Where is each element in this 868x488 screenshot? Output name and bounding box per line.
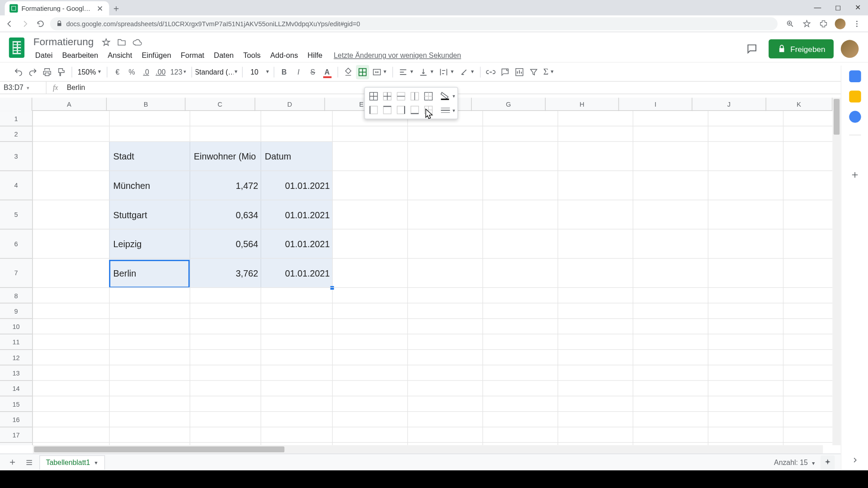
account-avatar[interactable] (841, 40, 859, 58)
row-header-5[interactable]: 5 (0, 200, 32, 230)
number-format-select[interactable]: 123▾ (169, 65, 188, 79)
cell-area[interactable]: Stadt Einwohner (Mio Datum München 1,472… (33, 111, 833, 445)
horizontal-scrollbar[interactable] (33, 445, 823, 453)
tasks-addon-icon[interactable] (849, 111, 861, 122)
move-folder-icon[interactable] (116, 37, 127, 48)
menu-format[interactable]: Format (176, 50, 208, 61)
close-tab-icon[interactable]: ✕ (96, 4, 104, 12)
url-input[interactable]: docs.google.com/spreadsheets/d/1L0CRXrgx… (50, 17, 778, 30)
col-header-K[interactable]: K (766, 98, 832, 111)
vertical-align-button[interactable]: ▼ (417, 65, 436, 79)
col-header-H[interactable]: H (545, 98, 619, 111)
insert-link-icon[interactable] (484, 65, 497, 79)
formula-input[interactable]: Berlin (64, 84, 868, 92)
font-size-select[interactable]: 10 (246, 65, 263, 79)
cloud-status-icon[interactable] (132, 37, 143, 48)
menu-tools[interactable]: Tools (239, 50, 265, 61)
hide-side-panel-icon[interactable] (851, 456, 859, 464)
insert-comment-icon[interactable] (499, 65, 512, 79)
menu-edit[interactable]: Bearbeiten (58, 50, 102, 61)
border-style-button[interactable]: ▼ (439, 104, 456, 117)
menu-insert[interactable]: Einfügen (137, 50, 175, 61)
explore-button[interactable] (821, 455, 835, 469)
new-tab-button[interactable]: ＋ (109, 1, 123, 16)
menu-data[interactable]: Daten (210, 50, 238, 61)
reload-icon[interactable] (35, 18, 47, 29)
chrome-menu-icon[interactable] (852, 18, 863, 29)
row-header-13[interactable]: 13 (0, 366, 32, 381)
profile-avatar-small[interactable] (835, 18, 846, 29)
share-button[interactable]: Freigeben (769, 39, 834, 58)
col-header-D[interactable]: D (255, 98, 325, 111)
font-family-select[interactable]: Standard (… (195, 65, 233, 79)
border-inner-icon[interactable] (381, 89, 394, 103)
row-header-9[interactable]: 9 (0, 303, 32, 319)
fill-color-button[interactable] (341, 65, 354, 79)
row-header-15[interactable]: 15 (0, 396, 32, 412)
text-wrap-button[interactable]: ▼ (437, 65, 456, 79)
select-all-corner[interactable] (0, 98, 32, 111)
comments-icon[interactable] (743, 39, 762, 58)
print-icon[interactable] (41, 65, 54, 79)
row-header-3[interactable]: 3 (0, 142, 32, 171)
border-none-icon[interactable] (422, 103, 435, 116)
redo-icon[interactable] (26, 65, 39, 79)
row-header-6[interactable]: 6 (0, 230, 32, 259)
paint-format-icon[interactable] (55, 65, 68, 79)
document-title[interactable]: Formatierung (31, 36, 96, 48)
row-header-4[interactable]: 4 (0, 171, 32, 201)
increase-decimal[interactable]: .00 (154, 65, 167, 79)
row-header-8[interactable]: 8 (0, 288, 32, 303)
border-left-icon[interactable] (367, 103, 380, 116)
filter-icon[interactable] (527, 65, 540, 79)
border-color-button[interactable]: ▼ (439, 89, 456, 103)
row-header-12[interactable]: 12 (0, 350, 32, 365)
star-icon[interactable] (101, 37, 112, 48)
border-right-icon[interactable] (394, 103, 407, 116)
add-sheet-button[interactable]: ＋ (6, 455, 19, 469)
col-header-J[interactable]: J (693, 98, 766, 111)
window-close[interactable]: ✕ (848, 0, 868, 15)
nav-back-icon[interactable] (4, 18, 15, 29)
undo-icon[interactable] (12, 65, 25, 79)
format-percent[interactable]: % (125, 65, 138, 79)
italic-button[interactable]: I (292, 65, 305, 79)
bookmark-star-icon[interactable] (802, 18, 812, 29)
border-vertical-icon[interactable] (408, 89, 421, 103)
row-header-10[interactable]: 10 (0, 319, 32, 334)
text-color-button[interactable]: A (321, 65, 334, 79)
horizontal-align-button[interactable]: ▼ (397, 65, 416, 79)
row-header-7[interactable]: 7 (0, 258, 32, 288)
browser-tab[interactable]: Formatierung - Google Tabellen ✕ (5, 1, 109, 16)
border-horizontal-icon[interactable] (394, 89, 407, 103)
sheets-logo[interactable] (7, 36, 26, 60)
col-header-I[interactable]: I (619, 98, 693, 111)
strikethrough-button[interactable]: S (306, 65, 319, 79)
menu-file[interactable]: Datei (31, 50, 57, 61)
row-header-16[interactable]: 16 (0, 412, 32, 427)
row-header-1[interactable]: 1 (0, 111, 32, 126)
all-sheets-button[interactable] (23, 455, 36, 469)
borders-button[interactable] (356, 65, 369, 79)
window-minimize[interactable]: — (807, 0, 828, 15)
spreadsheet-grid[interactable]: A B C D E F G H I J K 123456789101112131… (0, 98, 841, 453)
row-header-17[interactable]: 17 (0, 427, 32, 443)
decrease-decimal[interactable]: .0 (140, 65, 153, 79)
functions-icon[interactable]: Σ▼ (542, 65, 557, 79)
get-addons-icon[interactable]: ＋ (849, 168, 860, 182)
extensions-icon[interactable] (818, 18, 829, 29)
row-header-14[interactable]: 14 (0, 381, 32, 396)
border-all-icon[interactable] (367, 89, 380, 103)
border-top-icon[interactable] (381, 103, 394, 116)
menu-addons[interactable]: Add-ons (266, 50, 302, 61)
col-header-B[interactable]: B (107, 98, 185, 111)
col-header-C[interactable]: C (185, 98, 255, 111)
bold-button[interactable]: B (278, 65, 291, 79)
vertical-scrollbar[interactable] (832, 98, 840, 445)
row-header-2[interactable]: 2 (0, 127, 32, 142)
col-header-G[interactable]: G (472, 98, 546, 111)
keep-addon-icon[interactable] (849, 90, 861, 102)
text-rotation-button[interactable]: ▼ (458, 65, 476, 79)
last-edit-link[interactable]: Letzte Änderung vor wenigen Sekunden (334, 51, 461, 59)
format-currency[interactable]: € (111, 65, 124, 79)
